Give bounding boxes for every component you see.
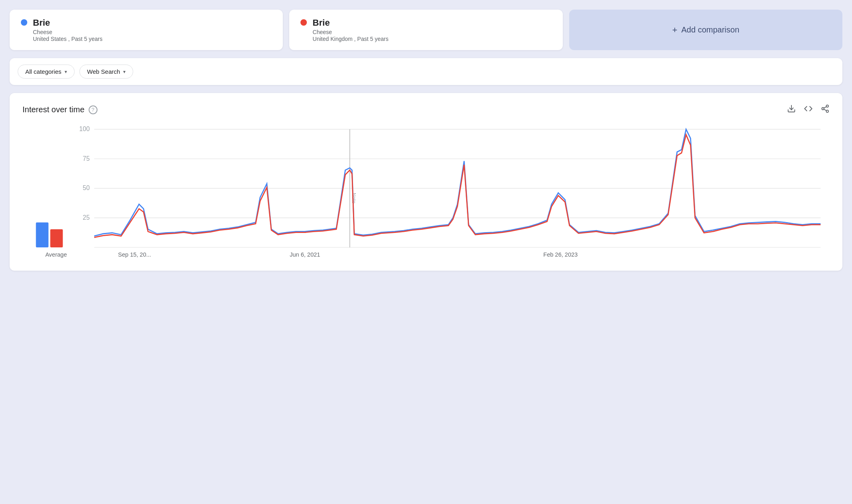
chevron-down-icon-2: ▾	[123, 69, 126, 75]
help-question-mark: ?	[91, 107, 94, 113]
svg-line-4	[824, 109, 826, 111]
term-dot-blue	[21, 19, 27, 26]
term-location-us: United States , Past 5 years	[33, 36, 103, 42]
filters-bar: All categories ▾ Web Search ▾	[10, 58, 842, 85]
all-categories-label: All categories	[25, 68, 61, 75]
svg-text:Jun 6, 2021: Jun 6, 2021	[290, 251, 320, 258]
add-icon: +	[672, 25, 678, 35]
term-location-uk: United Kingdom , Past 5 years	[312, 36, 388, 42]
help-icon[interactable]: ?	[89, 105, 97, 114]
svg-line-5	[824, 107, 826, 108]
term-category-uk: Cheese	[312, 29, 388, 35]
chart-section: Interest over time ?	[10, 93, 842, 271]
svg-text:50: 50	[83, 184, 90, 191]
svg-text:75: 75	[83, 155, 90, 162]
chart-area: 100 75 50 25 Note Sep 15, 20... Jun 6, 2…	[22, 125, 830, 261]
svg-text:100: 100	[79, 125, 90, 132]
chart-actions	[787, 104, 830, 115]
term-dot-red	[300, 19, 307, 26]
download-icon	[787, 104, 796, 113]
term-category-us: Cheese	[33, 29, 103, 35]
top-cards-row: Brie Cheese United States , Past 5 years…	[10, 10, 842, 50]
web-search-filter[interactable]: Web Search ▾	[79, 65, 133, 79]
add-comparison-card[interactable]: + Add comparison	[569, 10, 842, 50]
web-search-label: Web Search	[87, 68, 120, 75]
embed-icon	[804, 104, 813, 113]
download-button[interactable]	[787, 104, 796, 115]
chart-title-group: Interest over time ?	[22, 105, 97, 114]
all-categories-filter[interactable]: All categories ▾	[18, 65, 75, 79]
term-name-us: Brie	[33, 18, 103, 28]
chart-header: Interest over time ?	[22, 104, 830, 115]
svg-text:Average: Average	[45, 251, 67, 258]
term-card-us[interactable]: Brie Cheese United States , Past 5 years	[10, 10, 283, 50]
term-name-uk: Brie	[312, 18, 388, 28]
term-card-uk[interactable]: Brie Cheese United Kingdom , Past 5 year…	[289, 10, 562, 50]
chart-title: Interest over time	[22, 105, 85, 114]
term-info-us: Brie Cheese United States , Past 5 years	[33, 18, 103, 42]
add-comparison-label: Add comparison	[681, 25, 739, 34]
chevron-down-icon: ▾	[65, 69, 67, 75]
interest-over-time-chart: 100 75 50 25 Note Sep 15, 20... Jun 6, 2…	[22, 125, 830, 261]
svg-text:Sep 15, 20...: Sep 15, 20...	[118, 251, 151, 258]
term-info-uk: Brie Cheese United Kingdom , Past 5 year…	[312, 18, 388, 42]
svg-rect-21	[50, 229, 63, 247]
svg-rect-20	[36, 223, 49, 247]
svg-text:Feb 26, 2023: Feb 26, 2023	[544, 251, 578, 258]
embed-button[interactable]	[804, 104, 813, 115]
share-button[interactable]	[821, 104, 830, 115]
share-icon	[821, 104, 830, 113]
svg-text:25: 25	[83, 214, 90, 221]
